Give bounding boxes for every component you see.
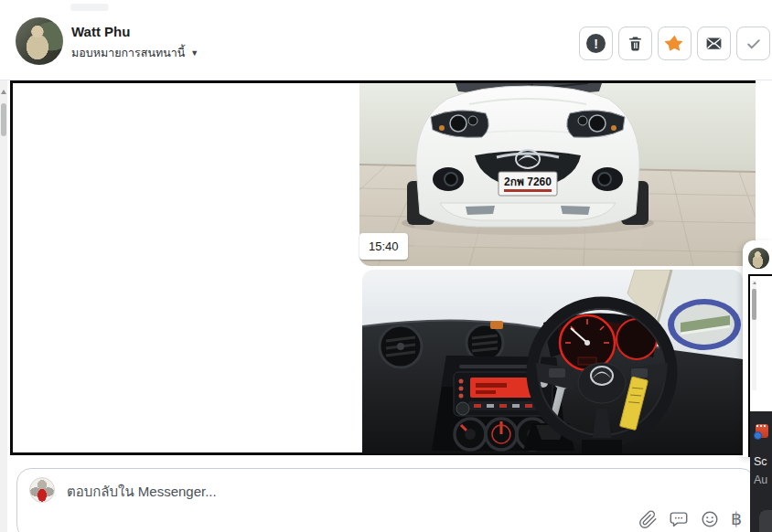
composer-toolbar: ฿ xyxy=(638,509,742,529)
loading-pill xyxy=(70,4,109,11)
hazard-button xyxy=(490,321,503,329)
exclamation-circle-icon: ! xyxy=(586,34,606,53)
car-interior-illustration xyxy=(362,270,743,453)
star-button[interactable] xyxy=(658,27,692,60)
overlay-label-1: Sc xyxy=(754,455,767,468)
timestamp-chip: 15:40 xyxy=(359,233,408,260)
conversation-actions: ! xyxy=(579,27,770,60)
message-photo-car-interior[interactable] xyxy=(362,270,743,453)
mini-scrollbar-thumb[interactable] xyxy=(752,289,756,320)
paperclip-icon[interactable] xyxy=(638,510,658,529)
car-front-illustration: 2กพ 7260 xyxy=(359,80,756,266)
overlay-button[interactable] xyxy=(759,510,772,532)
reply-input[interactable] xyxy=(65,480,581,502)
seen-avatar[interactable] xyxy=(748,248,769,269)
chat-scrollbar[interactable] xyxy=(0,80,7,532)
recorder-app-icon xyxy=(756,424,768,438)
recorder-overlay: Sc Au xyxy=(750,411,772,532)
mini-scroll-up-arrow-icon xyxy=(753,282,756,284)
envelope-icon xyxy=(704,34,724,53)
mark-unread-button[interactable] xyxy=(697,27,731,60)
conversation-header: Watt Phu มอบหมายการสนทนานี้ ▼ ! xyxy=(0,0,772,80)
scrollbar-thumb[interactable] xyxy=(1,103,6,136)
mark-done-button[interactable] xyxy=(736,27,770,60)
trash-icon xyxy=(627,35,644,52)
svg-text:2กพ 7260: 2กพ 7260 xyxy=(504,176,552,188)
delete-button[interactable] xyxy=(618,27,652,60)
baht-icon[interactable]: ฿ xyxy=(731,509,742,529)
contact-avatar[interactable] xyxy=(16,17,63,65)
overlay-label-2: Au xyxy=(754,473,767,486)
annotation-top-border xyxy=(10,80,756,83)
check-icon xyxy=(745,35,763,53)
message-photo-car-front[interactable]: 2กพ 7260 xyxy=(359,80,756,266)
assign-conversation-dropdown[interactable]: มอบหมายการสนทนานี้ ▼ xyxy=(71,44,198,62)
smiley-icon[interactable] xyxy=(700,509,720,529)
messenger-inbox-window: Watt Phu มอบหมายการสนทนานี้ ▼ ! xyxy=(0,0,772,532)
contact-name: Watt Phu xyxy=(71,24,130,39)
chevron-down-icon: ▼ xyxy=(190,48,198,58)
white-car: 2กพ 7260 xyxy=(407,80,649,227)
assign-label: มอบหมายการสนทนานี้ xyxy=(71,44,185,62)
comment-icon[interactable] xyxy=(669,509,689,529)
scroll-up-arrow-icon[interactable] xyxy=(1,90,6,94)
mini-scrollbar[interactable] xyxy=(752,281,756,390)
report-button[interactable]: ! xyxy=(579,27,613,60)
reply-composer: ฿ xyxy=(16,468,756,532)
star-icon xyxy=(665,34,684,53)
license-plate: 2กพ 7260 xyxy=(499,172,557,196)
page-avatar xyxy=(29,477,55,503)
side-mirror xyxy=(668,299,741,350)
